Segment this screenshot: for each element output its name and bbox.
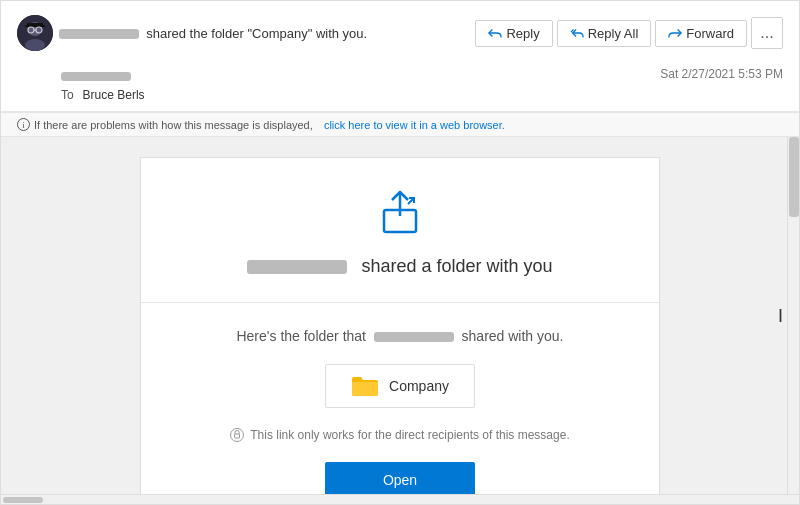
open-button[interactable]: Open: [325, 462, 475, 494]
card-top: shared a folder with you: [141, 158, 659, 303]
lock-note-text: This link only works for the direct reci…: [250, 428, 569, 442]
forward-button[interactable]: Forward: [655, 20, 747, 47]
card-description: Here's the folder that shared with you.: [236, 328, 563, 344]
sender-name-block: [61, 72, 131, 81]
more-label: ...: [760, 24, 773, 42]
email-body: shared a folder with you Here's the fold…: [1, 137, 799, 494]
horizontal-scrollbar[interactable]: [1, 494, 799, 504]
subject-text: shared the folder "Company" with you.: [59, 26, 469, 41]
desc-name-blurred: [374, 332, 454, 342]
svg-rect-4: [25, 25, 45, 27]
avatar: [17, 15, 53, 51]
action-buttons-row: Reply Reply All Forward: [475, 11, 783, 55]
reply-icon: [488, 26, 502, 40]
svg-text:i: i: [22, 120, 25, 130]
h-scrollbar-thumb[interactable]: [3, 497, 43, 503]
open-button-label: Open: [383, 472, 417, 488]
reply-all-button[interactable]: Reply All: [557, 20, 652, 47]
card-title: shared a folder with you: [247, 256, 552, 277]
folder-button[interactable]: Company: [325, 364, 475, 408]
email-header: shared the folder "Company" with you. Re…: [1, 1, 799, 112]
desc-prefix: Here's the folder that: [236, 328, 366, 344]
svg-point-2: [25, 39, 45, 51]
desc-suffix: shared with you.: [462, 328, 564, 344]
email-content-card: shared a folder with you Here's the fold…: [140, 157, 660, 494]
reply-button[interactable]: Reply: [475, 20, 552, 47]
sender-info: To Bruce Berls: [17, 67, 145, 103]
folder-icon: [351, 375, 379, 397]
forward-icon: [668, 26, 682, 40]
reply-label: Reply: [506, 26, 539, 41]
folder-name: Company: [389, 378, 449, 394]
more-options-button[interactable]: ...: [751, 17, 783, 49]
lock-icon: [230, 428, 244, 442]
email-container: shared the folder "Company" with you. Re…: [0, 0, 800, 505]
subject-content: shared the folder "Company" with you.: [146, 26, 367, 41]
scrollbar-thumb[interactable]: [789, 137, 799, 217]
svg-rect-12: [235, 434, 240, 438]
sender-details-row: To Bruce Berls Sat 2/27/2021 5:53 PM: [17, 63, 783, 111]
share-icon-wrap: [376, 188, 424, 240]
forward-label: Forward: [686, 26, 734, 41]
card-sender-blurred: [247, 260, 347, 274]
sender-name-blurred: [59, 29, 139, 39]
recipient-name: Bruce Berls: [83, 88, 145, 102]
info-text: If there are problems with how this mess…: [34, 119, 313, 131]
card-title-text: shared a folder with you: [361, 256, 552, 276]
info-bar: i If there are problems with how this me…: [1, 112, 799, 137]
share-icon: [376, 188, 424, 236]
subject-row: shared the folder "Company" with you. Re…: [17, 11, 783, 55]
cursor-ibeam: I: [778, 305, 783, 326]
info-link[interactable]: click here to view it in a web browser.: [324, 119, 505, 131]
reply-all-icon: [570, 26, 584, 40]
card-bottom: Here's the folder that shared with you. …: [141, 303, 659, 494]
reply-all-label: Reply All: [588, 26, 639, 41]
to-label: To: [61, 88, 74, 102]
lock-note: This link only works for the direct reci…: [230, 428, 569, 442]
info-icon: i: [17, 118, 30, 131]
scrollbar-track[interactable]: [787, 137, 799, 494]
email-date: Sat 2/27/2021 5:53 PM: [660, 67, 783, 81]
sender-to-block: To Bruce Berls: [61, 67, 145, 103]
